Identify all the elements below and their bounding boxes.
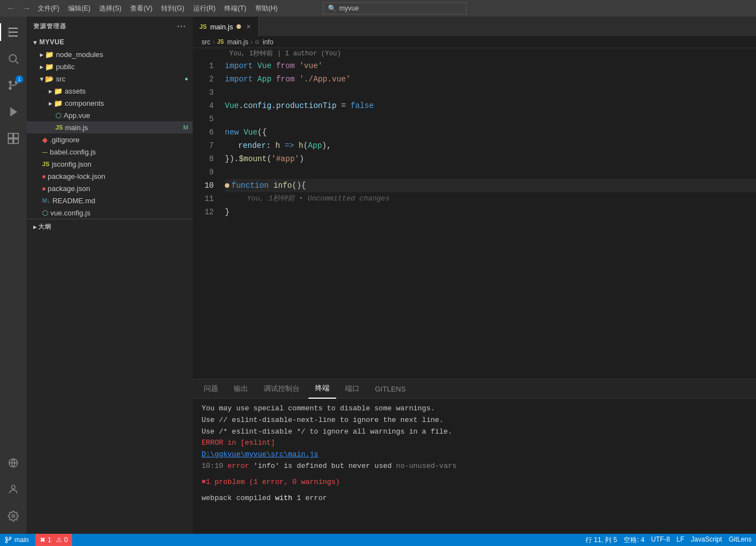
- breadcrumb-symbol[interactable]: info: [263, 38, 273, 46]
- jsconfig-icon: JS: [42, 161, 49, 167]
- folder-src-icon: 📂: [45, 75, 54, 83]
- line-numbers: 1 2 3 4 5 6 7 8 9 10 11 12: [193, 59, 220, 379]
- titlebar-menu: 文件(F) 编辑(E) 选择(S) 查看(V) 转到(G) 运行(R) 终端(T…: [38, 4, 323, 13]
- status-spaces[interactable]: 空格: 4: [624, 535, 644, 545]
- activity-icon-account[interactable]: [0, 476, 27, 503]
- tab-main-js[interactable]: JS main.js ×: [193, 17, 259, 36]
- panel-tab-problems[interactable]: 问题: [197, 379, 225, 399]
- panel-tab-debug-console[interactable]: 调试控制台: [257, 379, 306, 399]
- panel-error-severity: error: [228, 462, 249, 470]
- code-editor[interactable]: You, 1秒钟前 | 1 author (You) 1 2 3 4 5 6 7…: [193, 48, 756, 379]
- status-line-ending[interactable]: LF: [677, 535, 685, 545]
- svg-point-13: [12, 486, 16, 490]
- sidebar-item-app-vue[interactable]: ⬡ App.vue: [27, 109, 193, 121]
- menu-help[interactable]: 帮助(H): [255, 4, 278, 13]
- sidebar-item-gitignore[interactable]: ◆ .gitignore: [27, 133, 193, 146]
- panel-tab-terminal[interactable]: 终端: [308, 379, 336, 399]
- code-line-2: import App from './App.vue': [225, 73, 756, 86]
- warning-num: 0: [64, 536, 68, 544]
- sidebar-item-readme[interactable]: M↓ README.md: [27, 194, 193, 207]
- panel-line-path[interactable]: D:\ggkvue\myvue\src\main.js: [202, 449, 747, 461]
- menu-file[interactable]: 文件(F): [38, 4, 59, 13]
- titlebar-search-box[interactable]: 🔍 myvue: [323, 2, 467, 14]
- nav-forward[interactable]: →: [20, 3, 33, 13]
- line-num-1: 1: [193, 59, 214, 73]
- line-num-12: 12: [193, 205, 214, 219]
- sidebar-item-main-js[interactable]: JS main.js M: [27, 121, 193, 133]
- tab-modified-dot: [236, 24, 241, 29]
- code-line-5: [225, 112, 756, 126]
- panel-tab-output[interactable]: 输出: [227, 379, 255, 399]
- vue-icon: ⬡: [55, 111, 61, 120]
- line-num-8: 8: [193, 152, 214, 166]
- menu-terminal[interactable]: 终端(T): [224, 4, 246, 13]
- npm-lock-icon: ■: [42, 173, 45, 179]
- menu-run[interactable]: 运行(R): [193, 4, 216, 13]
- nav-back[interactable]: ←: [4, 3, 18, 13]
- panel-tab-ports[interactable]: 端口: [338, 379, 366, 399]
- menu-select[interactable]: 选择(S): [99, 4, 121, 13]
- src-modified-dot: ●: [184, 75, 188, 82]
- nav-arrows[interactable]: ← →: [4, 3, 33, 13]
- tab-close-icon[interactable]: ×: [246, 22, 251, 31]
- activity-icon-explorer[interactable]: [0, 19, 27, 45]
- sidebar-item-package-lock[interactable]: ■ package-lock.json: [27, 170, 193, 182]
- sidebar-item-node-modules[interactable]: ▸ 📁 node_modules: [27, 48, 193, 60]
- panel-line-1: You may use special comments to disable …: [202, 403, 747, 415]
- code-line-3: [225, 86, 756, 99]
- babel-icon: —: [42, 149, 48, 155]
- activity-icon-source-control[interactable]: 1: [0, 72, 27, 99]
- activity-icon-extensions[interactable]: [0, 125, 27, 152]
- sidebar-header: 资源管理器 ···: [27, 17, 193, 36]
- sidebar-root-label: MYVUE: [39, 38, 64, 46]
- sidebar-item-outline[interactable]: ▸ 大纲: [27, 220, 193, 233]
- sidebar-item-assets[interactable]: ▸ 📁 assets: [27, 85, 193, 97]
- sidebar-more-icon[interactable]: ···: [177, 22, 186, 32]
- sidebar-item-components[interactable]: ▸ 📁 components: [27, 97, 193, 109]
- status-error-count[interactable]: ✖ 1 ⚠ 0: [35, 534, 72, 546]
- code-lines[interactable]: import Vue from 'vue' import App from '.…: [220, 59, 756, 379]
- outline-label: 大纲: [38, 223, 51, 231]
- status-language[interactable]: JavaScript: [691, 535, 722, 545]
- search-value: myvue: [340, 4, 359, 12]
- sidebar-item-jsconfig[interactable]: JS jsconfig.json: [27, 158, 193, 170]
- activity-icon-run[interactable]: [0, 99, 27, 125]
- svg-rect-0: [8, 27, 10, 37]
- sidebar: 资源管理器 ··· ▾ MYVUE ▸ 📁 node_modules ▸ 📁 p…: [27, 17, 193, 534]
- breadcrumb: src › JS main.js › ⊙ info: [193, 36, 756, 48]
- sidebar-item-vue-config[interactable]: ⬡ vue.config.js: [27, 207, 193, 219]
- panel-content: You may use special comments to disable …: [193, 399, 756, 534]
- svg-rect-7: [8, 133, 13, 138]
- status-line-col[interactable]: 行 11, 列 5: [585, 535, 617, 545]
- line-num-7: 7: [193, 139, 214, 152]
- status-gitlens[interactable]: GitLens: [729, 535, 752, 545]
- sidebar-actions[interactable]: ···: [177, 22, 186, 32]
- sidebar-item-package-json[interactable]: ■ package.json: [27, 182, 193, 194]
- panel-error-count: ✖1 problem (1 error, 0 warnings): [202, 477, 747, 488]
- breadcrumb-src[interactable]: src: [202, 38, 210, 46]
- sidebar-item-public[interactable]: ▸ 📁 public: [27, 60, 193, 73]
- tree-root[interactable]: ▾ MYVUE: [27, 36, 193, 48]
- svg-point-17: [6, 541, 8, 543]
- code-line-9: [225, 166, 756, 179]
- status-encoding[interactable]: UTF-8: [651, 535, 670, 545]
- svg-line-2: [16, 61, 18, 64]
- menu-goto[interactable]: 转到(G): [161, 4, 184, 13]
- menu-edit[interactable]: 编辑(E): [68, 4, 90, 13]
- activity-icon-remote[interactable]: [0, 450, 27, 476]
- activity-icon-search[interactable]: [0, 45, 27, 72]
- inline-blame-text: You, 1秒钟前 • Uncommitted changes: [247, 192, 389, 205]
- svg-rect-9: [8, 139, 13, 143]
- main-js-badge: M: [183, 124, 188, 131]
- vue-config-label: vue.config.js: [50, 209, 193, 217]
- breadcrumb-file[interactable]: main.js: [227, 38, 248, 46]
- sidebar-item-src[interactable]: ▾ 📂 src ●: [27, 73, 193, 85]
- js-icon: JS: [55, 124, 63, 131]
- sidebar-item-babel-config[interactable]: — babel.config.js: [27, 146, 193, 158]
- menu-view[interactable]: 查看(V): [130, 4, 152, 13]
- panel-tab-gitlens[interactable]: GITLENS: [368, 379, 413, 399]
- status-branch[interactable]: main: [4, 536, 29, 544]
- activity-icon-settings[interactable]: [0, 503, 27, 529]
- panel-line-error-detail: 10:10 error 'info' is defined but never …: [202, 461, 747, 472]
- line-num-10: 10: [193, 179, 214, 192]
